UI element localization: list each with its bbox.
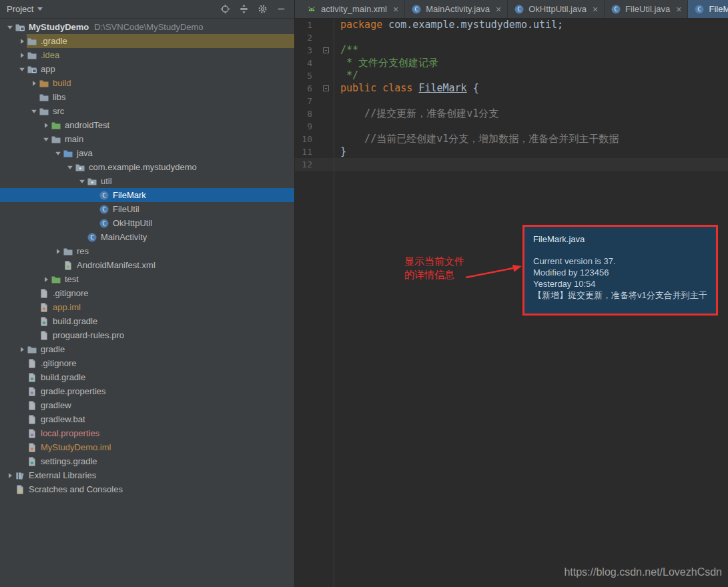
tree-item-local-properties[interactable]: local.properties <box>0 426 294 440</box>
tree-item-build-gradle[interactable]: build.gradle <box>0 314 294 328</box>
close-tab-icon[interactable]: × <box>393 5 398 14</box>
fold-marker-icon[interactable]: - <box>323 47 329 53</box>
collapse-arrow-icon[interactable] <box>17 52 27 59</box>
expand-arrow-icon[interactable] <box>5 24 15 31</box>
tree-item-androidtest[interactable]: androidTest <box>0 118 294 132</box>
tree-item-content: gradlew <box>27 398 294 412</box>
expand-arrow-icon[interactable] <box>65 164 75 171</box>
code-text[interactable]: //当前已经创建v1分支，增加数据，准备合并到主干数据 <box>334 133 619 145</box>
tab-label: FileUtil.java <box>625 4 670 14</box>
collapse-arrow-icon[interactable] <box>41 122 51 129</box>
annotation-note: 显示当前文件 的详情信息 <box>404 255 464 281</box>
tree-item-okhttputil[interactable]: COkHttpUtil <box>0 216 294 230</box>
editor-tab-fileutil-java[interactable]: CFileUtil.java× <box>605 0 688 18</box>
tree-item-test[interactable]: test <box>0 272 294 286</box>
project-panel-header: Project <box>0 0 294 19</box>
tree-item-libs[interactable]: libs <box>0 90 294 104</box>
project-view-selector[interactable]: Project <box>7 4 43 14</box>
close-tab-icon[interactable]: × <box>593 5 598 14</box>
folder-icon <box>27 344 37 355</box>
tree-item-mystudydemo-iml[interactable]: MyStudyDemo.iml <box>0 440 294 454</box>
tree-item-external-libraries[interactable]: External Libraries <box>0 468 294 482</box>
tree-item-gradle[interactable]: .gradle <box>0 34 294 48</box>
tree-item-src[interactable]: src <box>0 104 294 118</box>
close-tab-icon[interactable]: × <box>496 5 501 14</box>
tree-item-build[interactable]: build <box>0 76 294 90</box>
tree-item-mystudydemo[interactable]: MyStudyDemoD:\SVNCode\MyStudyDemo <box>0 20 294 34</box>
tree-item-app-iml[interactable]: app.iml <box>0 300 294 314</box>
tree-item-res[interactable]: res <box>0 244 294 258</box>
line-number: 7 <box>295 95 312 107</box>
collapse-arrow-icon[interactable] <box>17 38 27 45</box>
code-token: * 文件分支创建记录 <box>340 57 438 69</box>
tree-item-gitignore[interactable]: .gitignore <box>0 356 294 370</box>
tree-item-idea[interactable]: .idea <box>0 48 294 62</box>
tree-item-content: src <box>39 104 294 118</box>
tree-item-content: com.example.mystudydemo <box>75 160 294 174</box>
tree-item-content: CFileMark <box>99 188 294 202</box>
tab-label: activity_main.xml <box>321 4 387 14</box>
code-text[interactable]: //提交更新，准备创建v1分支 <box>334 107 498 120</box>
tree-item-label: build.gradle <box>41 372 85 382</box>
tree-item-util[interactable]: util <box>0 174 294 188</box>
expand-arrow-icon[interactable] <box>53 150 63 157</box>
tooltip-line: Current version is 37. <box>533 255 707 267</box>
collapse-arrow-icon[interactable] <box>41 276 51 283</box>
collapse-arrow-icon[interactable] <box>17 346 27 353</box>
editor-tab-activity-main-xml[interactable]: activity_main.xml× <box>300 0 405 18</box>
tree-item-settings-gradle[interactable]: settings.gradle <box>0 454 294 468</box>
tree-item-path: D:\SVNCode\MyStudyDemo <box>94 22 203 32</box>
code-text[interactable]: } <box>334 145 346 158</box>
tree-item-gitignore[interactable]: .gitignore <box>0 286 294 300</box>
collapse-arrow-icon[interactable] <box>5 472 15 479</box>
editor-tab-okhttputil-java[interactable]: COkHttpUtil.java× <box>508 0 605 18</box>
tree-item-gradlew-bat[interactable]: gradlew.bat <box>0 412 294 426</box>
folder-test-icon <box>51 274 61 285</box>
settings-gear-icon[interactable] <box>258 4 268 14</box>
hide-panel-icon[interactable] <box>276 4 286 14</box>
editor-tab-filemark-java[interactable]: CFileMark.java× <box>688 0 728 18</box>
expand-arrow-icon[interactable] <box>17 66 27 73</box>
gradle-icon <box>27 372 37 383</box>
code-text[interactable]: package com.example.mystudydemo.util; <box>334 19 563 31</box>
manifest-icon <box>63 260 73 271</box>
fold-marker-icon[interactable]: - <box>323 85 329 91</box>
tree-item-com-example-mystudydemo[interactable]: com.example.mystudydemo <box>0 160 294 174</box>
class-icon: C <box>411 4 422 15</box>
tree-item-androidmanifest-xml[interactable]: AndroidManifest.xml <box>0 258 294 272</box>
collapse-arrow-icon[interactable] <box>53 248 63 255</box>
tree-item-content: MyStudyDemo.iml <box>27 440 294 454</box>
editor-tab-mainactivity-java[interactable]: CMainActivity.java× <box>405 0 508 18</box>
tree-item-content: MyStudyDemoD:\SVNCode\MyStudyDemo <box>15 20 294 34</box>
tree-item-build-gradle[interactable]: build.gradle <box>0 370 294 384</box>
tree-item-label: src <box>53 106 64 116</box>
expand-arrow-icon[interactable] <box>29 108 39 115</box>
expand-arrow-icon[interactable] <box>77 178 87 185</box>
tree-item-fileutil[interactable]: CFileUtil <box>0 202 294 216</box>
svg-text:C: C <box>102 219 106 227</box>
line-number: 3 <box>295 44 312 57</box>
code-text[interactable]: public class FileMark { <box>334 82 479 95</box>
tree-item-scratches-and-consoles[interactable]: Scratches and Consoles <box>0 482 294 496</box>
tree-item-gradlew[interactable]: gradlew <box>0 398 294 412</box>
tree-item-content: Scratches and Consoles <box>15 482 294 496</box>
code-text[interactable]: */ <box>334 69 358 82</box>
collapse-all-icon[interactable] <box>239 4 249 14</box>
tree-item-mainactivity[interactable]: CMainActivity <box>0 230 294 244</box>
class-icon: C <box>694 4 705 15</box>
expand-arrow-icon[interactable] <box>41 136 51 143</box>
tree-item-filemark[interactable]: CFileMark <box>0 188 294 202</box>
class-icon: C <box>611 4 621 15</box>
collapse-arrow-icon[interactable] <box>29 80 39 87</box>
code-text[interactable]: /** <box>334 44 358 57</box>
tree-item-gradle[interactable]: gradle <box>0 342 294 356</box>
tree-item-app[interactable]: app <box>0 62 294 76</box>
tree-item-java[interactable]: java <box>0 146 294 160</box>
tree-item-main[interactable]: main <box>0 132 294 146</box>
tree-item-content: External Libraries <box>15 468 294 482</box>
close-tab-icon[interactable]: × <box>676 5 681 14</box>
code-text[interactable]: * 文件分支创建记录 <box>334 57 438 69</box>
locate-icon[interactable] <box>220 4 230 14</box>
tree-item-proguard-rules-pro[interactable]: proguard-rules.pro <box>0 328 294 342</box>
tree-item-gradle-properties[interactable]: gradle.properties <box>0 384 294 398</box>
